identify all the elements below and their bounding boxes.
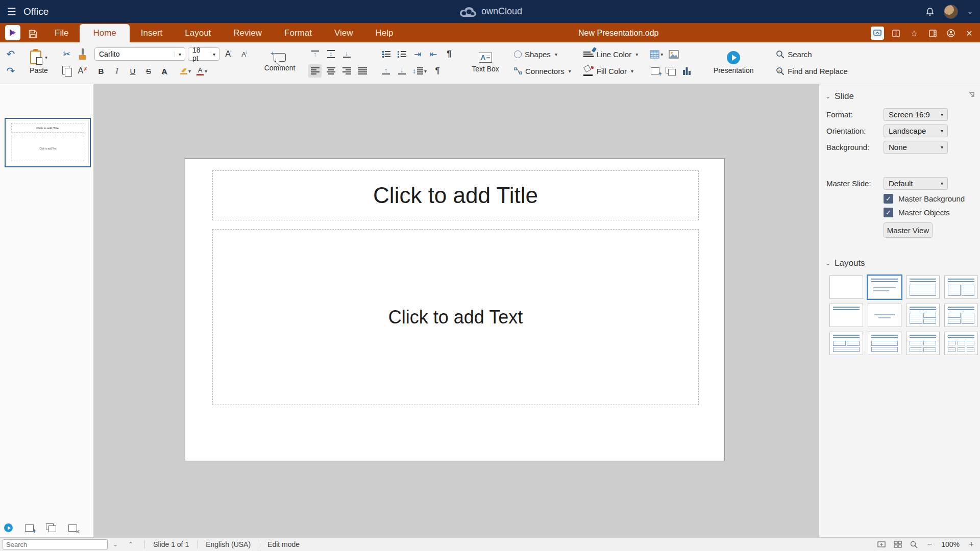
underline-button[interactable]: U [126, 64, 139, 78]
search-next-chevron-icon[interactable]: ⌄ [108, 541, 123, 548]
tab-view[interactable]: View [323, 24, 364, 42]
font-color-button[interactable]: A ▾ [195, 64, 209, 78]
close-document-icon[interactable]: ✕ [963, 27, 976, 40]
duplicate-slide-button[interactable] [664, 64, 677, 78]
layout-option-content-2content[interactable] [944, 304, 978, 327]
tab-file[interactable]: File [43, 24, 80, 42]
layout-option-2content-content[interactable] [906, 304, 940, 327]
italic-button[interactable]: I [110, 64, 124, 78]
title-placeholder[interactable]: Click to add Title [212, 170, 699, 220]
master-view-button[interactable]: Master View [884, 222, 933, 238]
orientation-dropdown[interactable]: Landscape ▾ [884, 124, 948, 137]
font-color-dropdown-icon[interactable]: ▾ [205, 68, 207, 74]
line-color-dropdown-icon[interactable]: ▾ [635, 52, 638, 57]
grow-font-button[interactable]: A↑ [222, 47, 235, 61]
save-icon[interactable] [29, 30, 37, 38]
slide-1[interactable]: Click to add Title Click to add Text [185, 158, 725, 461]
clear-formatting-button[interactable]: A✗ [76, 64, 89, 78]
layout-option-centered-text[interactable] [868, 304, 901, 327]
slide-section-chevron-icon[interactable]: ⌄ [825, 93, 830, 100]
fill-color-dropdown-icon[interactable]: ▾ [631, 68, 633, 74]
shrink-font-button[interactable]: A↓ [238, 47, 251, 61]
duplicate-slide-panel-icon[interactable] [46, 523, 56, 532]
layouts-section-chevron-icon[interactable]: ⌄ [825, 260, 830, 267]
search-previous-chevron-icon[interactable]: ⌃ [123, 541, 138, 548]
format-dropdown[interactable]: Screen 16:9 ▾ [884, 108, 948, 121]
connectors-dropdown-icon[interactable]: ▾ [569, 68, 571, 74]
notifications-bell-icon[interactable] [925, 7, 935, 16]
shapes-button[interactable]: Shapes ▾ [512, 47, 559, 61]
center-vertically-button[interactable]: ↕ [324, 47, 337, 61]
add-slide-icon[interactable]: + [25, 524, 34, 532]
format-painter-button[interactable] [76, 47, 89, 61]
font-size-combobox[interactable]: 18 pt ▾ [188, 47, 219, 61]
line-spacing-dropdown-icon[interactable]: ▾ [424, 68, 427, 74]
tab-layout[interactable]: Layout [174, 24, 222, 42]
align-right-button[interactable] [340, 64, 353, 78]
bullet-list-button[interactable] [379, 47, 393, 61]
text-shadow-button[interactable]: A [158, 64, 171, 78]
undo-button[interactable]: ↶ [4, 47, 17, 61]
font-name-dropdown-icon[interactable]: ▾ [175, 52, 185, 57]
slide-thumbnail-1[interactable]: Click to add Title Click to add Text [5, 118, 91, 167]
insert-image-button[interactable] [667, 47, 680, 61]
undock-sidebar-icon[interactable] [968, 91, 975, 98]
justify-button[interactable] [356, 64, 369, 78]
comment-button[interactable]: + Comment [263, 46, 296, 79]
paragraph-ltr-button[interactable]: ¶ [443, 47, 456, 61]
textbox-button[interactable]: A Text Box [469, 46, 502, 79]
hamburger-menu-icon[interactable]: ☰ [0, 6, 23, 18]
zoom-level[interactable]: 100% [941, 540, 960, 548]
line-color-button[interactable]: Line Color ▾ [581, 47, 640, 61]
align-center-button[interactable] [324, 64, 337, 78]
numbered-list-button[interactable] [395, 47, 408, 61]
background-dropdown[interactable]: None ▾ [884, 141, 948, 154]
fill-color-button[interactable]: Fill Color ▾ [581, 64, 635, 78]
connectors-button[interactable]: Connectors ▾ [512, 64, 573, 78]
insert-chart-button[interactable] [680, 64, 693, 78]
edit-mode-status[interactable]: Edit mode [265, 540, 302, 548]
account-circle-icon[interactable] [944, 27, 958, 40]
insert-table-button[interactable]: ▾ [648, 47, 665, 61]
account-chevron-down-icon[interactable]: ⌄ [967, 8, 973, 15]
layout-option-2content-over-content[interactable] [829, 332, 863, 355]
align-bottom-button[interactable]: ↓ [340, 47, 353, 61]
shapes-dropdown-icon[interactable]: ▾ [555, 52, 557, 57]
redo-button[interactable]: ↷ [4, 64, 17, 78]
text-placeholder[interactable]: Click to add Text [212, 229, 699, 405]
align-top-button[interactable]: ↑ [308, 47, 322, 61]
sidebar-toggle-icon[interactable] [926, 27, 939, 40]
font-name-combobox[interactable]: Carlito ▾ [94, 47, 185, 61]
slide-sorter-view-icon[interactable] [894, 541, 902, 548]
bold-button[interactable]: B [94, 64, 108, 78]
copy-button[interactable] [60, 64, 74, 78]
master-objects-checkbox[interactable]: ✓ [884, 208, 893, 217]
master-slide-dropdown[interactable]: Default ▾ [884, 177, 948, 190]
highlight-color-dropdown-icon[interactable]: ▾ [188, 68, 191, 74]
font-size-dropdown-icon[interactable]: ▾ [209, 52, 219, 57]
tab-review[interactable]: Review [222, 24, 273, 42]
increase-indent-button[interactable]: ⇥ [411, 47, 424, 61]
decrease-paragraph-spacing-button[interactable]: ↓ [395, 64, 408, 78]
delete-slide-icon[interactable]: ✕ [68, 524, 77, 532]
layouts-section-header[interactable]: ⌄ Layouts [819, 251, 980, 271]
increase-paragraph-spacing-button[interactable]: ↑ [379, 64, 393, 78]
tab-help[interactable]: Help [364, 24, 404, 42]
zoom-dialog-icon[interactable] [910, 541, 918, 548]
new-slide-button[interactable]: + [648, 64, 662, 78]
decrease-indent-button[interactable]: ⇤ [427, 47, 440, 61]
language-status[interactable]: English (USA) [204, 540, 253, 548]
zoom-in-button[interactable]: + [968, 540, 975, 549]
tab-format[interactable]: Format [273, 24, 323, 42]
start-presentation-icon[interactable] [4, 523, 13, 532]
find-replace-button[interactable]: a Find and Replace [774, 64, 850, 78]
search-button[interactable]: Search [774, 47, 814, 61]
tab-insert[interactable]: Insert [130, 24, 174, 42]
cut-button[interactable]: ✂ [60, 47, 74, 61]
favorites-star-icon[interactable]: ☆ [908, 27, 921, 40]
layout-option-blank[interactable] [829, 276, 863, 299]
fit-slide-icon[interactable] [877, 541, 886, 548]
pages-icon[interactable] [889, 27, 902, 40]
layout-option-content-over-content[interactable] [868, 332, 901, 355]
paste-button[interactable]: ▾ Paste [22, 46, 55, 79]
